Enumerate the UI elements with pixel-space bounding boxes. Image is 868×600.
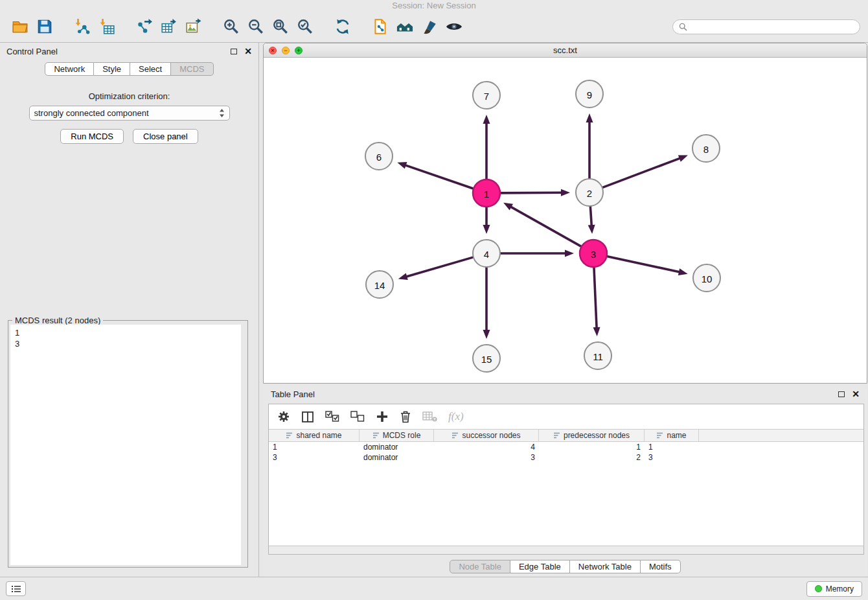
open-folder-button[interactable] <box>8 16 32 38</box>
copy-network-button[interactable] <box>368 16 393 38</box>
save-session-button[interactable] <box>32 16 57 38</box>
graph-node-9[interactable]: 9 <box>576 80 603 108</box>
import-table-button[interactable] <box>95 16 119 38</box>
column-header-predecessor-nodes[interactable]: predecessor nodes <box>539 430 645 441</box>
graph-node-15[interactable]: 15 <box>473 345 500 372</box>
table-tab-motifs[interactable]: Motifs <box>641 560 681 573</box>
tab-mcds[interactable]: MCDS <box>171 62 213 76</box>
zoom-fit-button[interactable] <box>268 16 293 38</box>
optimization-criterion-label: Optimization criterion: <box>0 91 258 101</box>
network-window-titlebar[interactable]: × − + scc.txt <box>264 43 867 58</box>
memory-button[interactable]: Memory <box>806 581 862 597</box>
graph-node-6[interactable]: 6 <box>365 143 393 170</box>
graph-node-3[interactable]: 3 <box>580 240 607 267</box>
zoom-out-button[interactable] <box>244 16 268 38</box>
column-header-name[interactable]: name <box>645 430 699 441</box>
tab-select[interactable]: Select <box>130 62 171 76</box>
table-cell[interactable]: dominator <box>360 442 434 452</box>
graph-node-1[interactable]: 1 <box>473 179 500 207</box>
column-header-shared-name[interactable]: shared name <box>269 430 360 441</box>
zoom-fit-icon <box>272 18 289 35</box>
column-header-successor-nodes[interactable]: successor nodes <box>434 430 539 441</box>
zoom-in-button[interactable] <box>219 16 244 38</box>
table-cell[interactable]: 1 <box>269 442 360 452</box>
search-input[interactable] <box>691 22 854 32</box>
graph-node-14[interactable]: 14 <box>366 271 393 298</box>
close-table-panel-icon[interactable]: ✕ <box>852 390 860 398</box>
zoom-selected-button[interactable] <box>293 16 317 38</box>
export-table-button[interactable] <box>157 16 181 38</box>
edge-3-to-11[interactable] <box>593 267 600 336</box>
close-window-icon[interactable]: × <box>269 47 277 54</box>
show-hide-button[interactable] <box>442 16 466 38</box>
table-cell[interactable]: 3 <box>269 452 360 463</box>
show-columns-button[interactable] <box>301 411 314 423</box>
edge-1-to-4[interactable] <box>483 207 490 234</box>
edge-arrowhead <box>588 225 595 234</box>
deselect-all-button[interactable] <box>350 411 365 422</box>
graph-node-7[interactable]: 7 <box>473 82 500 109</box>
table-cell[interactable]: 3 <box>434 452 539 463</box>
appearance-brush-button[interactable] <box>417 16 442 38</box>
edge-2-to-3[interactable] <box>588 206 595 234</box>
table-rows: 1dominator4113dominator323 <box>269 442 863 463</box>
export-network-button[interactable] <box>132 16 157 38</box>
table-horizontal-scrollbar[interactable] <box>269 546 863 554</box>
table-settings-button[interactable] <box>277 410 290 423</box>
table-toolbar: f(x) <box>269 404 863 429</box>
zoom-window-icon[interactable]: + <box>295 47 303 54</box>
table-row[interactable]: 1dominator411 <box>269 442 863 452</box>
tab-network[interactable]: Network <box>45 62 94 76</box>
float-table-panel-icon[interactable] <box>838 391 845 397</box>
table-cell[interactable]: 1 <box>645 442 699 452</box>
edge-4-to-3[interactable] <box>500 250 574 257</box>
edge-4-to-14[interactable] <box>398 257 474 280</box>
tab-style[interactable]: Style <box>94 62 130 76</box>
export-image-button[interactable] <box>181 16 206 38</box>
edge-2-to-9[interactable] <box>586 113 593 179</box>
run-mcds-button[interactable]: Run MCDS <box>60 129 124 144</box>
graph-node-8[interactable]: 8 <box>692 135 720 162</box>
table-tab-network-table[interactable]: Network Table <box>570 560 641 573</box>
edge-3-to-1[interactable] <box>503 203 582 247</box>
table-cell[interactable]: 3 <box>645 452 699 463</box>
table-tab-edge-table[interactable]: Edge Table <box>510 560 570 573</box>
graph-node-2[interactable]: 2 <box>576 179 603 206</box>
table-cell[interactable]: dominator <box>360 452 434 463</box>
edge-2-to-8[interactable] <box>602 155 688 187</box>
import-network-button[interactable] <box>70 16 95 38</box>
edge-1-to-7[interactable] <box>483 115 490 179</box>
control-panel: Control Panel ✕ NetworkStyleSelectMCDS O… <box>0 43 259 577</box>
table-row[interactable]: 3dominator323 <box>269 452 863 463</box>
graph-node-4[interactable]: 4 <box>473 240 500 267</box>
edge-4-to-15[interactable] <box>483 267 490 339</box>
table-cell[interactable]: 4 <box>434 442 539 452</box>
table-panel-header: Table Panel ✕ <box>263 386 867 402</box>
float-window-icon[interactable] <box>231 49 237 54</box>
toolbar-search-field[interactable] <box>672 19 860 34</box>
edge-1-to-2[interactable] <box>500 189 570 196</box>
close-panel-icon[interactable]: ✕ <box>244 47 252 55</box>
refresh-layout-button[interactable] <box>330 16 355 38</box>
mcds-result-list[interactable]: 13 <box>10 325 241 565</box>
table-cell[interactable]: 2 <box>539 452 645 463</box>
node-label: 2 <box>587 188 592 199</box>
criterion-dropdown[interactable]: strongly connected component <box>29 106 230 121</box>
first-neighbors-button[interactable] <box>393 16 417 38</box>
add-column-button[interactable] <box>376 410 389 423</box>
select-all-button[interactable] <box>325 411 339 422</box>
table-tab-node-table[interactable]: Node Table <box>450 560 510 573</box>
table-cell[interactable]: 1 <box>539 442 645 452</box>
task-history-button[interactable] <box>6 581 26 596</box>
column-header-MCDS-role[interactable]: MCDS role <box>360 430 434 441</box>
minimize-window-icon[interactable]: − <box>282 47 290 54</box>
graph-node-10[interactable]: 10 <box>693 264 720 292</box>
network-canvas[interactable]: 7968123414101511 <box>264 58 867 383</box>
edge-3-to-10[interactable] <box>607 256 688 275</box>
edge-1-to-6[interactable] <box>397 162 474 189</box>
save-icon <box>36 18 53 35</box>
delete-column-button[interactable] <box>400 410 411 423</box>
close-panel-button[interactable]: Close panel <box>133 129 198 144</box>
network-view-window: × − + scc.txt 7968123414101511 <box>263 43 867 384</box>
graph-node-11[interactable]: 11 <box>584 342 611 369</box>
